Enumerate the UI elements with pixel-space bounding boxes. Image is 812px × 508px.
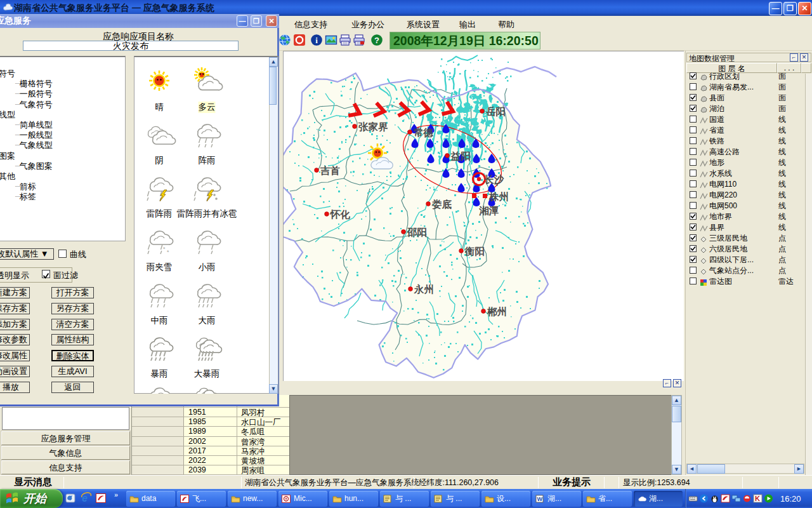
svg-text:K: K bbox=[755, 495, 760, 502]
svg-text:永州: 永州 bbox=[414, 284, 434, 295]
svg-text:i: i bbox=[315, 36, 318, 45]
svg-text:株州: 株州 bbox=[488, 191, 509, 202]
svg-text:益阳: 益阳 bbox=[450, 150, 471, 161]
svg-text:岳阳: 岳阳 bbox=[486, 106, 506, 117]
svg-text:吉首: 吉首 bbox=[320, 165, 341, 176]
svg-text:娄底: 娄底 bbox=[431, 199, 452, 210]
svg-text:湘潭: 湘潭 bbox=[479, 205, 499, 216]
svg-text:*: * bbox=[163, 246, 166, 252]
svg-text:W: W bbox=[537, 496, 543, 502]
svg-text:常德: 常德 bbox=[414, 127, 434, 138]
svg-text:长沙: 长沙 bbox=[484, 174, 504, 185]
svg-text:张家界: 张家界 bbox=[358, 121, 388, 132]
svg-text:邵阳: 邵阳 bbox=[407, 227, 427, 237]
svg-text:?: ? bbox=[374, 36, 379, 45]
svg-text:怀化: 怀化 bbox=[329, 209, 351, 220]
svg-text:衡阳: 衡阳 bbox=[464, 246, 485, 257]
svg-text:*: * bbox=[167, 249, 169, 255]
svg-text:郴州: 郴州 bbox=[487, 306, 507, 317]
